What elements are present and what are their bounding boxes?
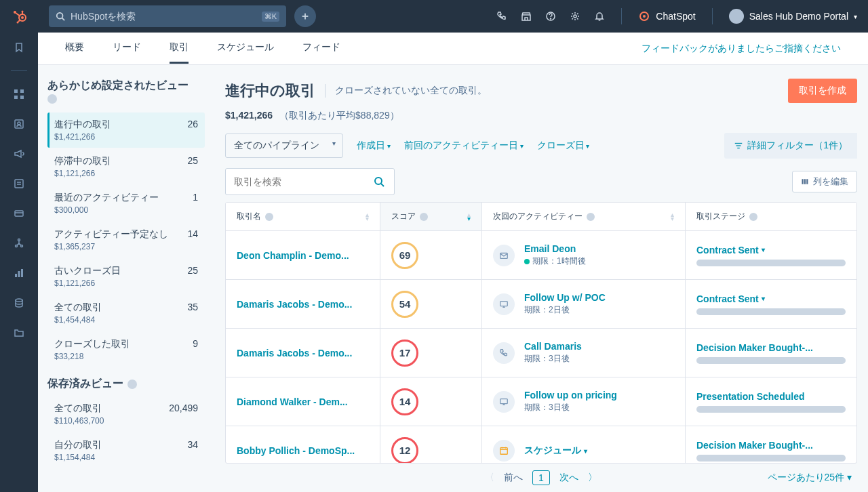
edit-columns-button[interactable]: 列を編集 (792, 171, 857, 192)
stage-link[interactable]: Contract Sent ▾ (696, 293, 846, 304)
due-text: 期限：2日後 (524, 304, 606, 316)
tab-3[interactable]: スケジュール (217, 33, 274, 64)
workflow-icon[interactable] (12, 237, 26, 250)
database-icon[interactable] (12, 296, 26, 310)
view-item[interactable]: 古いクローズ日$1,121,26625 (47, 259, 205, 294)
feedback-link[interactable]: フィードバックがありましたらご指摘ください (642, 43, 841, 55)
global-search[interactable]: ⌘K (49, 5, 286, 27)
gear-icon[interactable] (570, 11, 580, 22)
article-icon[interactable] (12, 177, 26, 190)
view-item[interactable]: クローズした取引$33,2189 (47, 332, 205, 367)
svg-rect-17 (15, 211, 23, 216)
grid-icon[interactable] (12, 87, 26, 101)
svg-point-7 (17, 22, 19, 24)
deal-search-input[interactable] (226, 176, 364, 187)
stage-link[interactable]: Contract Sent ▾ (696, 245, 846, 255)
chart-icon[interactable] (12, 266, 26, 280)
view-item[interactable]: 自分の取引$1,154,48434 (47, 433, 205, 468)
svg-rect-42 (806, 179, 808, 184)
store-icon[interactable] (521, 11, 532, 22)
view-item[interactable]: 全ての取引$1,454,48435 (47, 295, 205, 331)
bell-icon[interactable] (594, 11, 605, 22)
svg-line-6 (18, 20, 20, 22)
page-subtitle: クローズされていない全ての取引。 (335, 85, 487, 97)
info-icon[interactable] (127, 380, 137, 389)
view-item[interactable]: 停滞中の取引$1,121,26625 (47, 149, 205, 184)
card-icon[interactable] (12, 207, 26, 220)
stage-bar (696, 406, 846, 413)
pipeline-select[interactable]: 全てのパイプライン (225, 134, 343, 158)
activity-link[interactable]: Follow Up w/ POC (524, 292, 606, 303)
activity-link[interactable]: スケジュール ▾ (524, 445, 587, 457)
svg-rect-11 (20, 96, 24, 99)
svg-point-19 (18, 239, 20, 241)
svg-point-5 (22, 11, 24, 13)
tab-2[interactable]: 取引 (170, 33, 189, 64)
col-score[interactable]: スコア▴▾ (380, 203, 482, 230)
deal-link[interactable]: Deon Champlin - Demo... (237, 250, 349, 261)
table-row: Damaris Jacobs - Demo...54Follow Up w/ P… (226, 280, 856, 329)
filter-created[interactable]: 作成日 (357, 140, 391, 152)
svg-point-34 (643, 15, 646, 18)
tab-1[interactable]: リード (113, 33, 141, 64)
svg-point-38 (375, 178, 382, 184)
prev-page-icon[interactable]: 〈 (485, 472, 494, 484)
info-icon (587, 213, 595, 221)
col-stage[interactable]: 取引ステージ (686, 203, 856, 230)
info-icon (265, 213, 273, 221)
stage-link[interactable]: Decision Maker Bought-... (696, 342, 846, 353)
portal-picker[interactable]: Sales Hub Demo Portal ▾ (729, 9, 857, 24)
help-icon[interactable] (545, 11, 556, 22)
stage-link[interactable]: Presentation Scheduled (696, 391, 846, 402)
bookmark-icon[interactable] (12, 41, 26, 54)
pagination: 〈 前へ 1 次へ 〉 ページあたり25件 ▾ (225, 464, 857, 492)
next-page[interactable]: 次へ (559, 472, 578, 484)
view-item[interactable]: アクティビティー予定なし$1,365,23714 (47, 222, 205, 258)
chevron-down-icon: ▾ (854, 13, 857, 20)
deal-search-button[interactable] (364, 176, 394, 187)
create-button[interactable] (294, 5, 316, 27)
svg-rect-22 (15, 274, 17, 277)
prev-page[interactable]: 前へ (504, 472, 523, 484)
next-page-icon[interactable]: 〉 (588, 472, 597, 484)
tab-0[interactable]: 概要 (65, 33, 84, 64)
per-page-select[interactable]: ページあたり25件 ▾ (768, 472, 852, 484)
view-item[interactable]: 最近のアクティビティー$300,0001 (47, 186, 205, 221)
contact-icon[interactable] (12, 117, 26, 131)
activity-link[interactable]: Call Damaris (524, 341, 582, 352)
info-icon (749, 213, 757, 221)
deal-link[interactable]: Damaris Jacobs - Demo... (237, 299, 352, 310)
view-item[interactable]: 進行中の取引$1,421,26626 (47, 112, 205, 148)
tab-bar: 概要リード取引スケジュールフィード フィードバックがありましたらご指摘ください (38, 33, 868, 65)
hubspot-logo-icon[interactable] (11, 8, 27, 24)
megaphone-icon[interactable] (12, 147, 26, 161)
stage-link[interactable]: Decision Maker Bought-... (696, 440, 846, 451)
rail-separator (11, 70, 27, 71)
deal-search[interactable] (225, 168, 395, 195)
svg-line-3 (16, 13, 20, 16)
plus-icon (300, 12, 310, 21)
col-next-activity[interactable]: 次回のアクティビティー▴▾ (482, 203, 686, 230)
deal-link[interactable]: Damaris Jacobs - Demo... (237, 348, 352, 358)
due-text: 期限：1時間後 (524, 255, 586, 267)
activity-link[interactable]: Email Deon (524, 243, 586, 254)
views-panel: あらかじめ設定されたビュー 進行中の取引$1,421,26626停滞中の取引$1… (38, 65, 214, 492)
search-input[interactable] (71, 11, 256, 22)
view-item[interactable]: 全ての取引$110,463,70020,499 (47, 396, 205, 432)
stage-bar (696, 260, 846, 266)
col-deal-name[interactable]: 取引名▴▾ (226, 203, 380, 230)
create-deal-button[interactable]: 取引を作成 (788, 79, 857, 103)
filter-close-date[interactable]: クローズ日 (537, 140, 590, 152)
search-icon (374, 176, 384, 187)
activity-link[interactable]: Follow up on pricing (524, 390, 617, 401)
filter-last-activity[interactable]: 前回のアクティビティー日 (404, 140, 524, 152)
tab-4[interactable]: フィード (302, 33, 340, 64)
deal-link[interactable]: Bobby Pollich - DemoSp... (237, 445, 355, 456)
deal-link[interactable]: Diamond Walker - Dem... (237, 396, 348, 407)
chatspot-link[interactable]: ChatSpot (638, 10, 695, 22)
kbd-shortcut: ⌘K (262, 12, 279, 22)
folder-icon[interactable] (12, 326, 26, 340)
advanced-filter-button[interactable]: 詳細フィルター（1件） (724, 133, 857, 159)
info-icon[interactable] (47, 94, 57, 104)
phone-icon[interactable] (496, 11, 507, 22)
